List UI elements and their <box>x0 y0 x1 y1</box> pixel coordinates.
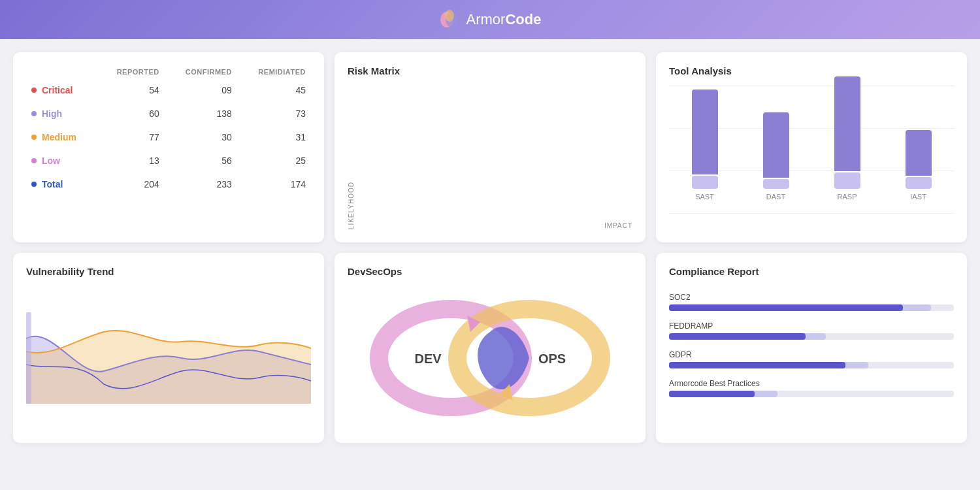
severity-cell: Low <box>26 149 97 172</box>
table-row: Total 204 233 174 <box>26 172 311 196</box>
compliance-bar-bg <box>669 333 954 340</box>
reported-cell: 204 <box>97 172 164 196</box>
devsecops-card: DevSecOps DEV OPS <box>335 253 645 443</box>
compliance-label: SOC2 <box>669 293 954 302</box>
severity-cell: Total <box>26 172 97 196</box>
table-row: Low 13 56 25 <box>26 149 311 172</box>
compliance-item: FEDDRAMP <box>669 321 954 340</box>
table-row: Medium 77 30 31 <box>26 125 311 149</box>
severity-label-text: Critical <box>42 85 73 95</box>
compliance-bar-primary <box>669 304 903 311</box>
trend-chart <box>26 286 311 404</box>
logo-icon <box>439 9 460 30</box>
risk-matrix-container: LIKELYHOOD IMPACT <box>348 86 632 229</box>
compliance-bar-primary <box>669 391 755 397</box>
remidiated-cell: 174 <box>237 172 311 196</box>
compliance-bars: SOC2 FEDDRAMP GDPR Armorcode Best Practi… <box>669 286 954 397</box>
tool-bar-secondary <box>906 177 932 189</box>
compliance-label: FEDDRAMP <box>669 321 954 331</box>
remidiated-cell: 45 <box>237 78 311 102</box>
confirmed-cell: 09 <box>165 78 237 102</box>
remidiated-cell: 31 <box>237 125 311 149</box>
tool-bar-secondary <box>763 179 789 189</box>
remidiated-cell: 25 <box>237 149 311 172</box>
vuln-trend-title: Vulnerability Trend <box>26 266 311 277</box>
risk-matrix-grid <box>359 206 632 217</box>
severity-dot <box>31 182 37 187</box>
svg-text:DEV: DEV <box>414 351 442 366</box>
tool-bar-secondary <box>692 176 718 189</box>
tool-label: IAST <box>910 193 926 201</box>
risk-matrix-title: Risk Matrix <box>348 65 632 76</box>
risk-matrix-y-label: LIKELYHOOD <box>348 182 355 229</box>
compliance-item: GDPR <box>669 350 954 368</box>
compliance-bar-bg <box>669 304 954 311</box>
severity-dot <box>31 135 37 140</box>
tool-bar-primary <box>763 112 789 178</box>
tool-analysis-title: Tool Analysis <box>669 65 954 76</box>
compliance-bar-primary <box>669 362 845 368</box>
tool-bar-stack <box>692 90 718 189</box>
tool-bar-stack <box>906 130 932 189</box>
tool-bar-group: DAST <box>763 112 789 201</box>
tool-bar-group: SAST <box>692 90 718 201</box>
tool-label: SAST <box>695 193 714 201</box>
table-row: High 60 138 73 <box>26 102 311 125</box>
vuln-table-card: REPORTED CONFIRMED REMIDIATED Critical 5… <box>13 52 324 242</box>
svg-rect-3 <box>26 312 31 404</box>
remidiated-cell: 73 <box>237 102 311 125</box>
table-row: Critical 54 09 45 <box>26 78 311 102</box>
compliance-label: Armorcode Best Practices <box>669 379 954 388</box>
header-title: ArmorCode <box>466 11 542 28</box>
confirmed-cell: 30 <box>165 125 237 149</box>
compliance-item: Armorcode Best Practices <box>669 379 954 397</box>
tool-bar-primary <box>906 130 932 176</box>
compliance-label: GDPR <box>669 350 954 359</box>
tool-bar-group: RASP <box>834 76 860 201</box>
severity-label-text: Medium <box>42 132 76 142</box>
confirmed-cell: 56 <box>165 149 237 172</box>
reported-cell: 13 <box>97 149 164 172</box>
tool-chart: SAST DAST RASP IAST <box>669 86 954 216</box>
col-header-severity <box>26 65 97 78</box>
severity-label-text: Total <box>42 179 63 189</box>
tool-label: DAST <box>766 193 785 201</box>
vuln-table: REPORTED CONFIRMED REMIDIATED Critical 5… <box>26 65 311 196</box>
confirmed-cell: 233 <box>165 172 237 196</box>
col-header-remidiated: REMIDIATED <box>237 65 311 78</box>
compliance-item: SOC2 <box>669 293 954 311</box>
compliance-bar-bg <box>669 391 954 397</box>
app-header: ArmorCode <box>0 0 980 39</box>
col-header-reported: REPORTED <box>97 65 164 78</box>
tool-bar-stack <box>834 76 860 189</box>
reported-cell: 77 <box>97 125 164 149</box>
tool-bar-secondary <box>834 172 860 189</box>
devsecops-title: DevSecOps <box>348 266 632 277</box>
tool-analysis-card: Tool Analysis SAST DAST RASP <box>656 52 967 242</box>
confirmed-cell: 138 <box>165 102 237 125</box>
col-header-confirmed: CONFIRMED <box>165 65 237 78</box>
compliance-bar-bg <box>669 362 954 368</box>
svg-text:OPS: OPS <box>538 351 566 366</box>
severity-label-text: High <box>42 108 62 119</box>
tool-bar-primary <box>692 90 718 174</box>
tool-bar-group: IAST <box>906 130 932 201</box>
severity-dot <box>31 88 37 93</box>
risk-matrix-card: Risk Matrix LIKELYHOOD IMPACT <box>335 52 645 242</box>
compliance-bar-primary <box>669 333 806 340</box>
devsecops-diagram: DEV OPS <box>366 293 614 423</box>
reported-cell: 54 <box>97 78 164 102</box>
severity-dot <box>31 111 37 116</box>
tool-bar-primary <box>834 76 860 171</box>
severity-label-text: Low <box>42 155 60 166</box>
tool-bar-stack <box>763 112 789 189</box>
severity-cell: Medium <box>26 125 97 149</box>
tool-label: RASP <box>838 193 857 201</box>
compliance-title: Compliance Report <box>669 266 954 277</box>
compliance-card: Compliance Report SOC2 FEDDRAMP GDPR Arm… <box>656 253 967 443</box>
severity-cell: High <box>26 102 97 125</box>
severity-cell: Critical <box>26 78 97 102</box>
vuln-trend-card: Vulnerability Trend <box>13 253 324 443</box>
reported-cell: 60 <box>97 102 164 125</box>
risk-matrix-x-label: IMPACT <box>359 222 632 229</box>
